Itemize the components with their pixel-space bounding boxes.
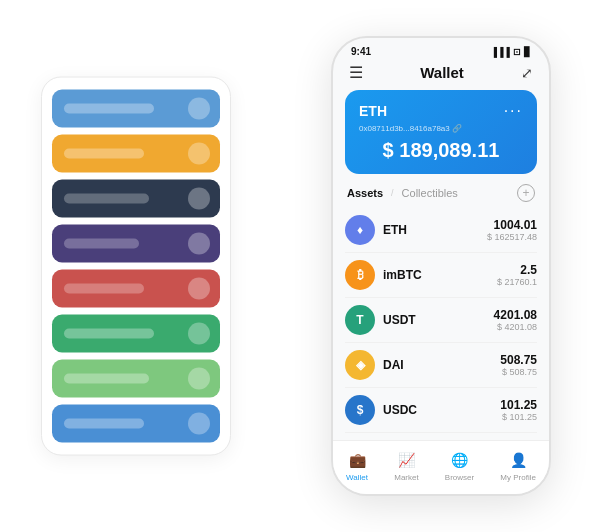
eth-address: 0x08711d3b...8416a78a3 🔗	[359, 124, 523, 133]
nav-item-browser[interactable]: 🌐Browser	[445, 449, 474, 482]
stack-card-6[interactable]	[52, 360, 220, 398]
status-icons: ▐▐▐ ⊡ ▊	[491, 47, 531, 57]
asset-amount-dai: 508.75	[500, 353, 537, 367]
stack-card-icon-3	[188, 233, 210, 255]
battery-icon: ▊	[524, 47, 531, 57]
nav-icon-wallet: 💼	[346, 449, 368, 471]
stack-card-icon-2	[188, 188, 210, 210]
stack-card-icon-6	[188, 368, 210, 390]
stack-card-5[interactable]	[52, 315, 220, 353]
nav-icon-market: 📈	[395, 449, 417, 471]
asset-list: ♦ETH1004.01$ 162517.48₿imBTC2.5$ 21760.1…	[333, 208, 549, 440]
asset-amount-usdt: 4201.08	[494, 308, 537, 322]
asset-icon-usdc: $	[345, 395, 375, 425]
expand-icon[interactable]: ⤢	[521, 65, 533, 81]
phone: 9:41 ▐▐▐ ⊡ ▊ ☰ Wallet ⤢ ETH ··· 0x08711d…	[331, 36, 551, 496]
asset-amount-usdc: 101.25	[500, 398, 537, 412]
asset-icon-dai: ◈	[345, 350, 375, 380]
wifi-icon: ⊡	[513, 47, 521, 57]
asset-row-dai[interactable]: ◈DAI508.75$ 508.75	[345, 343, 537, 388]
tab-collectibles[interactable]: Collectibles	[402, 187, 458, 199]
card-stack	[41, 77, 231, 456]
phone-header: ☰ Wallet ⤢	[333, 61, 549, 90]
nav-label-wallet: Wallet	[346, 473, 368, 482]
asset-icon-imbtc: ₿	[345, 260, 375, 290]
asset-name-imbtc: imBTC	[383, 268, 497, 282]
status-bar: 9:41 ▐▐▐ ⊡ ▊	[333, 38, 549, 61]
stack-card-3[interactable]	[52, 225, 220, 263]
asset-amount-eth: 1004.01	[487, 218, 537, 232]
tab-divider: /	[391, 188, 394, 198]
nav-item-market[interactable]: 📈Market	[394, 449, 418, 482]
nav-label-browser: Browser	[445, 473, 474, 482]
asset-row-imbtc[interactable]: ₿imBTC2.5$ 21760.1	[345, 253, 537, 298]
eth-card[interactable]: ETH ··· 0x08711d3b...8416a78a3 🔗 $ 189,0…	[345, 90, 537, 174]
bottom-nav: 💼Wallet📈Market🌐Browser👤My Profile	[333, 440, 549, 494]
asset-usd-dai: $ 508.75	[500, 367, 537, 377]
menu-icon[interactable]: ☰	[349, 63, 363, 82]
stack-card-1[interactable]	[52, 135, 220, 173]
asset-values-dai: 508.75$ 508.75	[500, 353, 537, 377]
nav-label-market: Market	[394, 473, 418, 482]
stack-card-4[interactable]	[52, 270, 220, 308]
asset-usd-usdt: $ 4201.08	[494, 322, 537, 332]
asset-row-usdc[interactable]: $USDC101.25$ 101.25	[345, 388, 537, 433]
add-asset-button[interactable]: +	[517, 184, 535, 202]
assets-tabs: Assets / Collectibles	[347, 187, 458, 199]
eth-label: ETH	[359, 103, 387, 119]
tab-assets[interactable]: Assets	[347, 187, 383, 199]
stack-card-icon-5	[188, 323, 210, 345]
asset-row-tft[interactable]: 🌿TFT130	[345, 433, 537, 440]
stack-card-2[interactable]	[52, 180, 220, 218]
stack-card-icon-4	[188, 278, 210, 300]
asset-values-usdc: 101.25$ 101.25	[500, 398, 537, 422]
asset-row-usdt[interactable]: TUSDT4201.08$ 4201.08	[345, 298, 537, 343]
nav-icon-browser: 🌐	[449, 449, 471, 471]
assets-header: Assets / Collectibles +	[333, 184, 549, 208]
asset-name-dai: DAI	[383, 358, 500, 372]
header-title: Wallet	[420, 64, 464, 81]
asset-icon-usdt: T	[345, 305, 375, 335]
asset-row-eth[interactable]: ♦ETH1004.01$ 162517.48	[345, 208, 537, 253]
stack-card-7[interactable]	[52, 405, 220, 443]
eth-amount: $ 189,089.11	[359, 139, 523, 162]
stack-card-icon-7	[188, 413, 210, 435]
stack-card-icon-1	[188, 143, 210, 165]
asset-usd-imbtc: $ 21760.1	[497, 277, 537, 287]
nav-item-my-profile[interactable]: 👤My Profile	[500, 449, 536, 482]
asset-name-eth: ETH	[383, 223, 487, 237]
stack-card-0[interactable]	[52, 90, 220, 128]
asset-values-usdt: 4201.08$ 4201.08	[494, 308, 537, 332]
eth-more-icon[interactable]: ···	[504, 102, 523, 120]
nav-icon-my-profile: 👤	[507, 449, 529, 471]
time: 9:41	[351, 46, 371, 57]
asset-values-imbtc: 2.5$ 21760.1	[497, 263, 537, 287]
asset-values-eth: 1004.01$ 162517.48	[487, 218, 537, 242]
asset-usd-eth: $ 162517.48	[487, 232, 537, 242]
nav-item-wallet[interactable]: 💼Wallet	[346, 449, 368, 482]
stack-card-icon-0	[188, 98, 210, 120]
asset-amount-imbtc: 2.5	[497, 263, 537, 277]
asset-name-usdc: USDC	[383, 403, 500, 417]
signal-icon: ▐▐▐	[491, 47, 510, 57]
asset-usd-usdc: $ 101.25	[500, 412, 537, 422]
nav-label-my-profile: My Profile	[500, 473, 536, 482]
asset-icon-eth: ♦	[345, 215, 375, 245]
scene: 9:41 ▐▐▐ ⊡ ▊ ☰ Wallet ⤢ ETH ··· 0x08711d…	[21, 16, 581, 516]
asset-name-usdt: USDT	[383, 313, 494, 327]
